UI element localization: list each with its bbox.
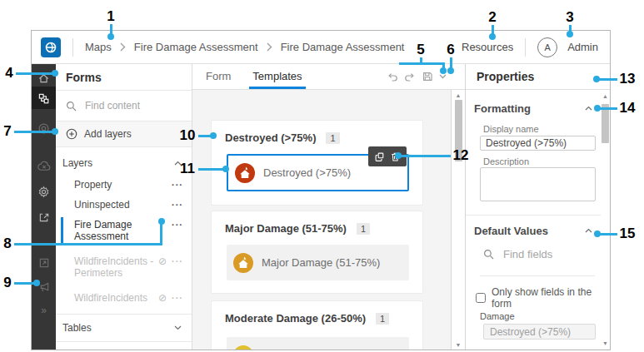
find-fields-search[interactable] <box>483 247 585 261</box>
callout-dot <box>567 31 573 37</box>
callout-line <box>399 62 445 65</box>
resources-link[interactable]: Resources <box>462 41 513 53</box>
formatting-collapse-chevron-icon[interactable] <box>585 106 592 111</box>
launch-icon[interactable] <box>32 255 56 270</box>
callout-dot <box>107 33 114 40</box>
save-icon[interactable] <box>422 71 433 82</box>
template-group-destroyed: Destroyed (>75%) 1 Destroyed (>75%) <box>211 120 423 206</box>
selected-layer-indicator <box>61 217 63 244</box>
topbar-divider <box>525 38 526 57</box>
editor-panel: Form Templates Destroyed (>75%) 1 <box>192 64 465 350</box>
layer-name: Property <box>74 179 172 191</box>
template-count-badge: 1 <box>376 313 389 325</box>
scroll-up-icon[interactable]: ▲ <box>452 92 465 98</box>
layer-row-property[interactable]: Property ··· <box>56 175 192 195</box>
layer-options-menu[interactable]: ··· <box>172 179 183 191</box>
callout-number: 4 <box>5 65 12 82</box>
redo-icon[interactable] <box>404 72 416 82</box>
layer-name: WildfireIncidents <box>74 292 158 304</box>
template-item-label: Destroyed (>75%) <box>263 166 351 179</box>
forms-panel: Forms Add layers Layers Property ··· Uni… <box>56 64 192 350</box>
layer-row-uninspected[interactable]: Uninspected ··· <box>56 195 192 215</box>
template-group-header: Moderate Damage (26-50%) 1 <box>212 301 422 325</box>
display-name-input[interactable] <box>480 136 596 151</box>
callout-line <box>600 107 617 110</box>
layer-row-fire-damage-assessment[interactable]: Fire Damage Assessment ··· <box>56 215 192 246</box>
add-layers-label: Add layers <box>84 128 132 140</box>
expand-rail-icon[interactable]: » <box>32 303 56 318</box>
templates-scrollbar[interactable]: ▲ ▼ <box>451 90 465 350</box>
undo-icon[interactable] <box>387 72 398 82</box>
add-layers-button[interactable]: Add layers <box>56 121 192 147</box>
template-count-badge: 1 <box>326 132 339 144</box>
topbar-right: Resources A Admin <box>462 37 598 57</box>
only-show-fields-checkbox[interactable] <box>476 293 486 303</box>
layers-section-header[interactable]: Layers <box>56 147 192 171</box>
callout-dot <box>447 67 454 74</box>
forms-panel-title: Forms <box>56 64 192 91</box>
description-textarea[interactable] <box>480 167 596 201</box>
chevron-right-icon <box>120 42 126 52</box>
layer-row-wildfire-incidents[interactable]: WildfireIncidents ⊘ ··· <box>56 288 192 308</box>
breadcrumb-map-name[interactable]: Fire Damage Assessment <box>134 41 258 53</box>
layer-options-menu[interactable]: ··· <box>172 292 183 304</box>
layer-options-menu[interactable]: ··· <box>172 255 183 267</box>
icon-rail: » <box>32 64 56 350</box>
layer-options-menu[interactable]: ··· <box>172 199 183 211</box>
search-icon <box>66 101 77 112</box>
callout-line <box>198 168 224 171</box>
layer-options-menu[interactable]: ··· <box>172 219 183 231</box>
default-values-collapse-chevron-icon[interactable] <box>585 228 592 233</box>
tab-templates[interactable]: Templates <box>249 70 305 89</box>
basemap-section-header[interactable]: Basemap <box>56 341 192 350</box>
template-group-header: Major Damage (51-75%) 1 <box>212 211 422 235</box>
tables-section-header[interactable]: Tables <box>56 314 192 341</box>
chevron-down-icon <box>174 325 182 330</box>
scroll-up-icon[interactable]: ▲ <box>601 93 610 99</box>
callout-dot <box>489 33 496 40</box>
damage-field-value[interactable]: Destroyed (>75%) <box>483 324 596 340</box>
only-show-fields-checkbox-row: Only show fields in the form <box>476 286 601 310</box>
offline-cloud-icon[interactable] <box>32 158 56 173</box>
callout-number: 3 <box>566 9 573 26</box>
layer-row-wildfire-perimeters[interactable]: WildfireIncidents - Perimeters ⊘ ··· <box>56 251 192 283</box>
basemap-label: Basemap <box>62 350 105 350</box>
admin-menu[interactable]: Admin <box>567 41 598 53</box>
callout-line <box>599 78 617 81</box>
default-values-section-title: Default Values <box>474 225 548 237</box>
callout-number: 5 <box>417 42 424 58</box>
find-fields-input[interactable] <box>502 247 585 261</box>
scroll-down-icon[interactable]: ▼ <box>452 342 465 348</box>
settings-gear-icon[interactable] <box>32 184 56 199</box>
destroyed-template-icon <box>235 163 255 183</box>
template-item-major[interactable]: Major Damage (51-75%) <box>227 245 409 280</box>
search-divider <box>480 275 595 276</box>
find-content-input[interactable] <box>83 99 175 112</box>
app-window: Maps Fire Damage Assessment Fire Damage … <box>31 30 611 350</box>
properties-panel-title: Properties <box>466 64 610 90</box>
formatting-section-title: Formatting <box>474 102 531 115</box>
chevron-right-icon <box>267 42 272 52</box>
template-item-moderate[interactable]: Moderate Damage (26-50%) <box>227 337 409 350</box>
arcgis-logo-icon[interactable] <box>41 37 61 57</box>
major-damage-template-icon <box>233 253 253 273</box>
find-content-search[interactable] <box>56 91 192 121</box>
save-menu-chevron-icon[interactable] <box>439 74 447 79</box>
tab-form[interactable]: Form <box>202 70 234 89</box>
callout-number: 13 <box>620 71 636 87</box>
breadcrumb-maps[interactable]: Maps <box>85 41 112 53</box>
callout-number: 8 <box>3 235 11 252</box>
avatar[interactable]: A <box>537 37 557 57</box>
scrollbar-thumb[interactable] <box>602 104 609 143</box>
template-group-moderate: Moderate Damage (26-50%) 1 Moderate Dama… <box>211 300 423 350</box>
breadcrumb-current-page: Fire Damage Assessment <box>281 41 405 53</box>
share-icon[interactable] <box>32 210 56 225</box>
moderate-damage-template-icon <box>233 345 253 351</box>
disabled-icon: ⊘ <box>158 255 167 267</box>
callout-number: 10 <box>180 127 196 144</box>
callout-dot <box>210 132 217 139</box>
properties-scrollbar[interactable]: ▲ ▼ <box>601 90 610 350</box>
duplicate-icon[interactable] <box>374 151 385 162</box>
scroll-down-icon[interactable]: ▼ <box>601 340 610 346</box>
forms-icon[interactable] <box>32 91 56 106</box>
